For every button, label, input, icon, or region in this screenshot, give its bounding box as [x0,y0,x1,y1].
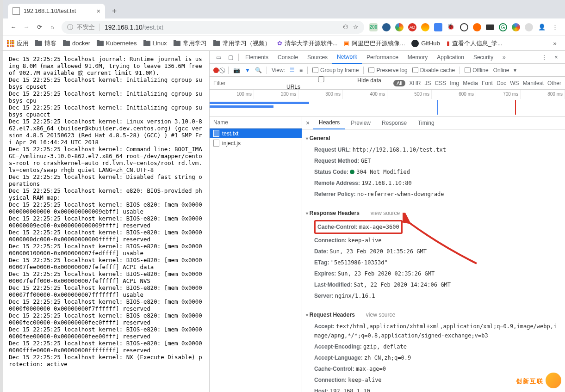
ext-icon[interactable] [471,21,483,33]
ext-icon[interactable] [510,21,522,33]
throttle-select[interactable]: Online [493,67,509,74]
device-icon[interactable]: ▢ [224,54,236,61]
filter-type[interactable]: Doc [497,80,506,86]
filter-type[interactable]: Font [482,80,493,86]
ext-icon[interactable] [523,21,535,33]
tab-timing[interactable]: Timing [412,116,440,129]
devtools-close-icon[interactable]: × [550,54,562,61]
browser-tab[interactable]: 192.168.1.10/test.txt × [8,4,105,18]
tab-elements[interactable]: Elements [241,51,273,64]
menu-button[interactable]: ⋮ [548,21,561,34]
bookmark-folder[interactable]: Linux [143,40,167,47]
filter-type[interactable]: Img [450,80,459,86]
more-tabs-icon[interactable]: » [498,54,510,61]
bookmarks-bar: 应用 博客 docker Kubernetes Linux 常用学习 常用学习（… [0,36,565,51]
network-toolbar: ⃠ 📷 ▼ 🔍 View: ☰ ≡ Group by frame Preserv… [210,64,565,77]
close-icon[interactable]: × [97,7,100,15]
profile-button[interactable]: 👤 [535,21,548,34]
filter-type[interactable]: WS [510,80,519,86]
ext-icon[interactable] [393,21,405,33]
request-row[interactable]: inject.js [210,138,302,148]
column-header[interactable]: Name [210,116,302,129]
file-icon [12,7,20,15]
ext-icon[interactable] [458,21,470,33]
filter-type[interactable]: JS [425,80,431,86]
ext-icon[interactable] [419,21,431,33]
omnibox[interactable]: ⓘ 不安全 192.168.1.10/test.txt ⚇ ☆ [62,21,364,34]
filter-input[interactable] [213,80,283,86]
close-icon[interactable]: × [302,119,313,127]
request-row[interactable]: test.txt [210,129,302,138]
tab-memory[interactable]: Memory [403,51,432,64]
reload-button[interactable]: ⟳ [33,21,46,34]
back-button[interactable]: ← [7,21,20,34]
tab-application[interactable]: Application [432,51,469,64]
ext-icon[interactable] [484,21,496,33]
detail-tabs: × Headers Preview Response Timing [302,116,565,129]
ext-icon[interactable]: AD [406,21,418,33]
filter-type[interactable]: Manifest [523,80,544,86]
bookmark-folder[interactable]: 常用学习 [174,39,207,48]
bookmark-folder[interactable]: docker [63,40,90,47]
filter-icon[interactable]: ▼ [245,67,250,74]
disable-cache[interactable]: Disable cache [412,67,455,74]
ext-icon[interactable] [432,21,444,33]
filter-type[interactable]: Other [547,80,561,86]
timeline[interactable]: 100 ms200 ms300 ms400 ms 500 ms600 ms700… [210,90,565,116]
bookmark-folder[interactable]: 博客 [35,39,56,48]
ext-icon[interactable]: G [497,21,509,33]
ext-icon[interactable] [380,21,392,33]
ext-icon[interactable]: 🐞 [445,21,457,33]
general-section: General Request URL: http://192.168.1.10… [302,129,565,204]
bookmark-link[interactable]: GitHub [411,40,440,47]
view-waterfall-icon[interactable]: ≡ [299,67,303,74]
tab-network[interactable]: Network [332,51,362,64]
filter-type[interactable]: Media [463,80,478,86]
forward-button[interactable]: → [20,21,33,34]
bookmark-folder[interactable]: Kubernetes [97,40,137,47]
bookmark-link[interactable]: ▣阿里巴巴开源镜像... [344,39,405,48]
view-source-link[interactable]: view source [366,312,395,318]
view-list-icon[interactable]: ☰ [290,67,295,74]
devtools-menu-icon[interactable]: ⋮ [538,54,550,61]
preserve-log[interactable]: Preserve log [368,67,407,74]
view-source-link[interactable]: view source [371,210,400,216]
tab-headers[interactable]: Headers [313,116,345,129]
bookmark-link[interactable]: ✿清华大学开源软件... [277,39,338,48]
camera-icon[interactable]: 📷 [233,67,240,74]
tab-performance[interactable]: Performance [362,51,403,64]
filter-type[interactable]: XHR [409,80,421,86]
section-header[interactable]: Request Headersview source [306,312,559,318]
record-icon[interactable] [213,67,219,73]
status-dot-icon [350,170,354,174]
group-by-frame[interactable]: Group by frame [312,67,359,74]
ext-badge[interactable]: 200 [367,21,379,33]
bookmarks-overflow[interactable]: » [548,37,561,50]
annotation-arrow [403,213,481,268]
bookmark-link[interactable]: ▮查看个人信息_学... [447,39,503,48]
tab-console[interactable]: Console [273,51,303,64]
search-icon[interactable]: 🔍 [255,67,262,74]
tab-response[interactable]: Response [376,116,412,129]
star-icon[interactable]: ☆ [353,24,359,31]
tab-strip: 192.168.1.10/test.txt × + [0,0,565,18]
home-button[interactable]: ⌂ [46,21,59,34]
tab-sources[interactable]: Sources [303,51,332,64]
insecure-label: 不安全 [77,23,95,31]
tab-preview[interactable]: Preview [345,116,376,129]
filter-type[interactable]: CSS [435,80,447,86]
dropdown-icon[interactable]: ▾ [514,67,516,74]
inspect-icon[interactable]: ▭ [212,54,224,61]
apps-button[interactable]: 应用 [7,39,29,48]
bookmark-folder[interactable]: 常用学习（视频） [213,39,271,48]
translate-icon[interactable]: ⚇ [343,24,348,31]
watermark-text: 创新互联 [516,377,544,386]
hide-data-urls[interactable]: Hide data URLs [286,76,390,90]
filter-all[interactable]: All [393,80,405,86]
offline[interactable]: Offline [465,67,488,74]
section-header[interactable]: General [306,135,559,141]
new-tab-button[interactable]: + [108,5,121,18]
filter-bar: Hide data URLs All XHR JS CSS Img Media … [210,77,565,90]
request-list: Name test.txt inject.js [210,116,302,392]
tab-security[interactable]: Security [469,51,498,64]
